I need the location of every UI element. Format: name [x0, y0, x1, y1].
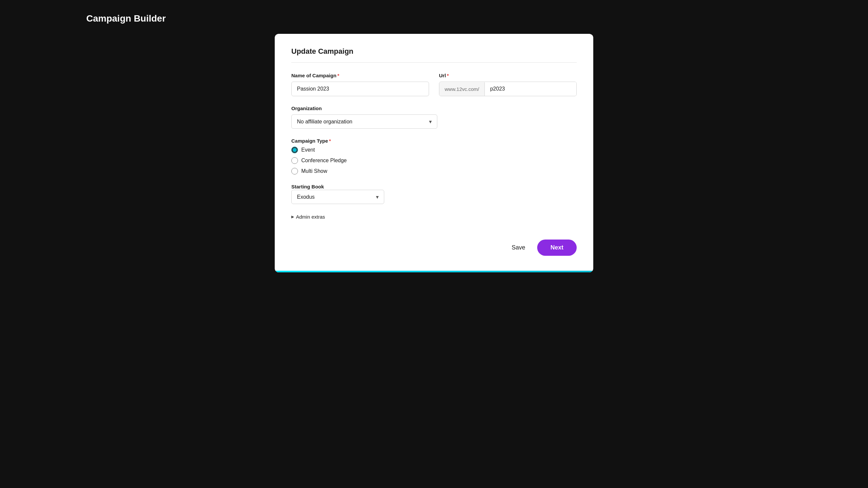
organization-select-wrapper: No affiliate organization Organization A…	[291, 115, 437, 129]
campaign-form-card: Update Campaign Name of Campaign* Url* w…	[275, 34, 593, 272]
save-button[interactable]: Save	[506, 241, 531, 255]
starting-book-select-wrapper: Genesis Exodus Leviticus Numbers Deutero…	[291, 190, 384, 204]
starting-book-label: Starting Book	[291, 184, 324, 189]
starting-book-section: Starting Book Genesis Exodus Leviticus N…	[291, 184, 577, 204]
url-field-group: Url* www.12vc.com/	[439, 73, 577, 96]
name-field-group: Name of Campaign*	[291, 73, 429, 96]
radio-multi-show[interactable]	[291, 168, 298, 174]
organization-select[interactable]: No affiliate organization Organization A…	[291, 115, 437, 129]
radio-event-label: Event	[301, 147, 315, 153]
url-input-group: www.12vc.com/	[439, 82, 577, 96]
admin-extras-label: Admin extras	[296, 214, 325, 220]
radio-item-multi-show[interactable]: Multi Show	[291, 168, 577, 174]
campaign-type-radio-group: Event Conference Pledge Multi Show	[291, 147, 577, 174]
next-button[interactable]: Next	[537, 239, 577, 256]
page-title: Campaign Builder	[86, 13, 782, 24]
campaign-name-input[interactable]	[291, 82, 429, 96]
card-bottom-bar	[275, 271, 593, 272]
footer-actions: Save Next	[291, 233, 577, 256]
organization-group: Organization No affiliate organization O…	[291, 105, 577, 129]
campaign-type-section: Campaign Type* Event Conference Pledge M…	[291, 138, 577, 174]
admin-extras-toggle[interactable]: ▶ Admin extras	[291, 214, 577, 220]
section-divider	[291, 62, 577, 63]
radio-item-event[interactable]: Event	[291, 147, 577, 153]
radio-item-conference-pledge[interactable]: Conference Pledge	[291, 157, 577, 164]
url-label: Url*	[439, 73, 577, 78]
name-label: Name of Campaign*	[291, 73, 429, 78]
starting-book-select[interactable]: Genesis Exodus Leviticus Numbers Deutero…	[291, 190, 384, 204]
campaign-type-label: Campaign Type*	[291, 138, 331, 144]
name-required-star: *	[337, 73, 339, 78]
url-slug-input[interactable]	[485, 82, 576, 96]
url-required-star: *	[447, 73, 449, 78]
admin-extras-triangle-icon: ▶	[291, 215, 294, 219]
radio-event[interactable]	[291, 147, 298, 153]
url-prefix: www.12vc.com/	[439, 82, 485, 96]
name-url-row: Name of Campaign* Url* www.12vc.com/	[291, 73, 577, 96]
campaign-type-required-star: *	[329, 138, 331, 144]
radio-conference-pledge[interactable]	[291, 157, 298, 164]
form-section-title: Update Campaign	[291, 47, 577, 56]
radio-multi-show-label: Multi Show	[301, 168, 327, 174]
radio-conference-pledge-label: Conference Pledge	[301, 158, 347, 164]
organization-label: Organization	[291, 105, 577, 111]
